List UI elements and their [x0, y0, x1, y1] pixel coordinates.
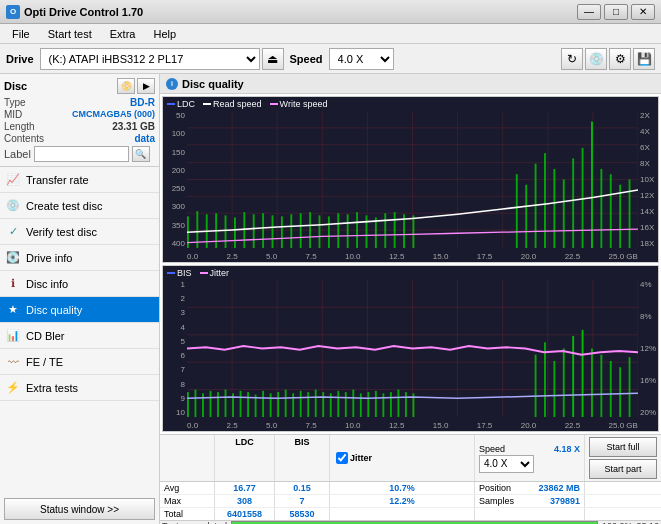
- eject-button[interactable]: ⏏: [262, 48, 284, 70]
- disc-info-icon: ℹ: [6, 277, 20, 291]
- extra-tests-icon: ⚡: [6, 381, 20, 395]
- svg-rect-108: [610, 361, 612, 417]
- nav-fe-te-label: FE / TE: [26, 356, 63, 368]
- nav-create-test-disc[interactable]: 💿 Create test disc: [0, 193, 159, 219]
- menu-file[interactable]: File: [4, 27, 38, 41]
- drive-select[interactable]: (K:) ATAPI iHBS312 2 PL17: [40, 48, 260, 70]
- drive-toolbar: Drive (K:) ATAPI iHBS312 2 PL17 ⏏ Speed …: [0, 44, 661, 74]
- title-bar: O Opti Drive Control 1.70 — □ ✕: [0, 0, 661, 24]
- nav-disc-quality[interactable]: ★ Disc quality: [0, 297, 159, 323]
- svg-rect-48: [572, 158, 574, 248]
- speed-label: Speed: [479, 444, 505, 454]
- svg-rect-70: [195, 390, 197, 417]
- disc-quality-header-icon: i: [166, 78, 178, 90]
- speed-select[interactable]: 4.0 X: [329, 48, 394, 70]
- disc-icon-btn2[interactable]: ▶: [137, 78, 155, 94]
- svg-rect-22: [234, 217, 236, 248]
- svg-rect-41: [413, 215, 415, 248]
- nav-disc-info[interactable]: ℹ Disc info: [0, 271, 159, 297]
- nav-extra-tests[interactable]: ⚡ Extra tests: [0, 375, 159, 401]
- svg-rect-69: [187, 392, 189, 417]
- svg-rect-105: [582, 330, 584, 417]
- svg-rect-110: [629, 357, 631, 417]
- chart2-y-axis-left: 10987654321: [163, 280, 187, 417]
- menu-help[interactable]: Help: [145, 27, 184, 41]
- svg-rect-104: [572, 336, 574, 417]
- label-browse-button[interactable]: 🔍: [132, 146, 150, 162]
- stats-max-jitter: 12.2%: [330, 495, 475, 507]
- maximize-button[interactable]: □: [604, 4, 628, 20]
- svg-rect-100: [535, 355, 537, 417]
- length-label: Length: [4, 121, 35, 132]
- nav-cd-bler[interactable]: 📊 CD Bler: [0, 323, 159, 349]
- nav-drive-info[interactable]: 💽 Drive info: [0, 245, 159, 271]
- svg-rect-84: [300, 391, 302, 417]
- svg-rect-95: [382, 393, 384, 417]
- speed-label: Speed: [290, 53, 323, 65]
- burn-button[interactable]: 💿: [585, 48, 607, 70]
- svg-rect-43: [525, 185, 527, 248]
- chart1-x-axis: 0.02.55.07.510.012.515.017.520.022.525.0…: [187, 252, 638, 261]
- svg-rect-102: [553, 361, 555, 417]
- close-button[interactable]: ✕: [631, 4, 655, 20]
- disc-quality-title: Disc quality: [182, 78, 244, 90]
- svg-rect-82: [285, 390, 287, 417]
- settings-button[interactable]: ⚙: [609, 48, 631, 70]
- drive-info-icon: 💽: [6, 251, 20, 265]
- jitter-checkbox[interactable]: [336, 452, 348, 464]
- progress-bar-container: Tests completed 100.0% 33:16: [160, 520, 661, 524]
- stats-total-bis: 58530: [275, 508, 330, 520]
- legend-read-speed: Read speed: [213, 99, 262, 109]
- start-part-button[interactable]: Start part: [589, 459, 657, 479]
- nav-create-test-disc-label: Create test disc: [26, 200, 102, 212]
- minimize-button[interactable]: —: [577, 4, 601, 20]
- svg-rect-90: [345, 392, 347, 417]
- fe-te-icon: 〰: [6, 355, 20, 369]
- status-window-button[interactable]: Status window >>: [4, 498, 155, 520]
- nav-transfer-rate[interactable]: 📈 Transfer rate: [0, 167, 159, 193]
- svg-rect-24: [253, 214, 255, 248]
- svg-rect-23: [243, 212, 245, 248]
- position-value: 23862 MB: [538, 483, 580, 493]
- svg-rect-28: [290, 214, 292, 248]
- contents-label: Contents: [4, 133, 44, 144]
- chart2-x-axis: 0.02.55.07.510.012.515.017.520.022.525.0…: [187, 421, 638, 430]
- disc-quality-icon: ★: [6, 303, 20, 317]
- svg-rect-49: [582, 148, 584, 248]
- svg-rect-54: [629, 180, 631, 249]
- menu-start-test[interactable]: Start test: [40, 27, 100, 41]
- contents-value: data: [134, 133, 155, 144]
- refresh-button[interactable]: ↻: [561, 48, 583, 70]
- disc-icon-btn1[interactable]: 📀: [117, 78, 135, 94]
- mid-label: MID: [4, 109, 22, 120]
- speed-select-bottom[interactable]: 4.0 X: [479, 455, 534, 473]
- stats-label-avg: Avg: [160, 482, 215, 494]
- svg-rect-73: [217, 392, 219, 417]
- app-icon: O: [6, 5, 20, 19]
- svg-rect-39: [394, 212, 396, 248]
- length-value: 23.31 GB: [112, 121, 155, 132]
- nav-fe-te[interactable]: 〰 FE / TE: [0, 349, 159, 375]
- stats-avg-bis: 0.15: [275, 482, 330, 494]
- stats-total-ldc: 6401558: [215, 508, 275, 520]
- svg-rect-45: [544, 153, 546, 248]
- nav-verify-test-disc[interactable]: ✓ Verify test disc: [0, 219, 159, 245]
- stats-label-max: Max: [160, 495, 215, 507]
- svg-rect-52: [610, 174, 612, 248]
- main-layout: Disc 📀 ▶ Type BD-R MID CMCMAGBA5 (000) L…: [0, 74, 661, 524]
- svg-rect-87: [322, 392, 324, 417]
- stats-header-ldc: LDC: [215, 435, 275, 481]
- svg-rect-92: [360, 393, 362, 417]
- svg-rect-77: [247, 392, 249, 417]
- nav-drive-info-label: Drive info: [26, 252, 72, 264]
- stats-row-avg: Avg 16.77 0.15 10.7% Position 23862 MB: [160, 482, 661, 495]
- save-button[interactable]: 💾: [633, 48, 655, 70]
- legend-ldc: LDC: [177, 99, 195, 109]
- svg-rect-33: [337, 213, 339, 248]
- svg-rect-21: [225, 215, 227, 248]
- svg-rect-35: [356, 212, 358, 248]
- start-full-button[interactable]: Start full: [589, 437, 657, 457]
- menu-extra[interactable]: Extra: [102, 27, 144, 41]
- label-input[interactable]: [34, 146, 129, 162]
- transfer-rate-icon: 📈: [6, 173, 20, 187]
